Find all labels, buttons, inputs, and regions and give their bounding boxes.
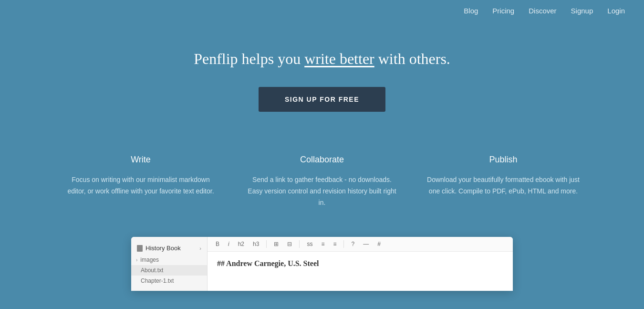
sidebar-folder-label: images [140, 256, 159, 263]
sidebar-header-left: History Book [137, 245, 181, 252]
feature-write-title: Write [64, 155, 217, 165]
toolbar-bold[interactable]: B [213, 240, 222, 248]
feature-collaborate: Collaborate Send a link to gather feedba… [231, 155, 413, 208]
editor-main: B i h2 h3 ⊞ ⊟ ss ≡ ≡ ? — # ## Andrew Car… [208, 237, 513, 291]
toolbar-h2[interactable]: h2 [236, 240, 247, 248]
hero-section: Penflip helps you write better with othe… [0, 21, 644, 136]
editor-container: History Book › › images About.txt Chapte… [0, 237, 644, 291]
sidebar-file-about-label: About.txt [141, 267, 163, 274]
document-icon [137, 245, 143, 252]
nav-login[interactable]: Login [607, 7, 625, 15]
nav-blog[interactable]: Blog [464, 7, 478, 15]
feature-collaborate-desc: Send a link to gather feedback - no down… [246, 174, 398, 208]
toolbar-help[interactable]: ? [349, 240, 357, 248]
editor-sidebar: History Book › › images About.txt Chapte… [131, 237, 208, 291]
toolbar-divider-3 [343, 240, 344, 248]
toolbar-ol[interactable]: ≡ [331, 240, 339, 248]
sidebar-file-chapter1[interactable]: Chapter-1.txt [131, 276, 207, 286]
feature-collaborate-title: Collaborate [246, 155, 398, 165]
feature-write: Write Focus on writing with our minimali… [50, 155, 231, 208]
nav-pricing[interactable]: Pricing [492, 7, 514, 15]
sidebar-file-chapter1-label: Chapter-1.txt [141, 277, 174, 284]
feature-publish-title: Publish [427, 155, 580, 165]
toolbar-italic[interactable]: i [226, 240, 232, 248]
toolbar-strikethrough[interactable]: ss [304, 240, 315, 248]
feature-publish: Publish Download your beautifully format… [413, 155, 594, 208]
editor-heading: ## Andrew Carnegie, U.S. Steel [217, 259, 503, 268]
hero-title-end: with others. [374, 50, 450, 67]
sidebar-chevron-icon[interactable]: › [199, 245, 201, 251]
toolbar-divider-2 [299, 240, 300, 248]
toolbar-image[interactable]: ⊟ [285, 240, 294, 248]
toolbar-hr[interactable]: — [361, 240, 371, 248]
editor-content[interactable]: ## Andrew Carnegie, U.S. Steel [208, 252, 513, 291]
feature-publish-desc: Download your beautifully formatted eboo… [427, 174, 580, 197]
hero-title: Penflip helps you write better with othe… [194, 50, 450, 68]
editor-mockup: History Book › › images About.txt Chapte… [131, 237, 513, 291]
sidebar-header: History Book › [131, 242, 207, 255]
sidebar-folder-images[interactable]: › images [131, 255, 207, 265]
feature-write-desc: Focus on writing with our minimalist mar… [64, 174, 217, 197]
toolbar-link[interactable]: ⊞ [271, 240, 281, 248]
features-section: Write Focus on writing with our minimali… [0, 136, 644, 232]
toolbar-ul[interactable]: ≡ [319, 240, 327, 248]
folder-arrow-icon: › [136, 257, 137, 263]
nav-signup[interactable]: Signup [571, 7, 593, 15]
sidebar-title: History Book [145, 245, 181, 252]
nav-discover[interactable]: Discover [529, 7, 556, 15]
hero-title-start: Penflip helps you [194, 50, 304, 67]
hero-title-underline: write better [304, 50, 374, 67]
toolbar-extra[interactable]: # [375, 240, 383, 248]
editor-toolbar: B i h2 h3 ⊞ ⊟ ss ≡ ≡ ? — # [208, 237, 513, 252]
toolbar-h3[interactable]: h3 [250, 240, 261, 248]
sidebar-file-about[interactable]: About.txt [131, 265, 207, 276]
toolbar-divider-1 [266, 240, 267, 248]
signup-button[interactable]: SIGN UP FOR FREE [259, 87, 385, 112]
navigation: Blog Pricing Discover Signup Login [0, 0, 644, 21]
